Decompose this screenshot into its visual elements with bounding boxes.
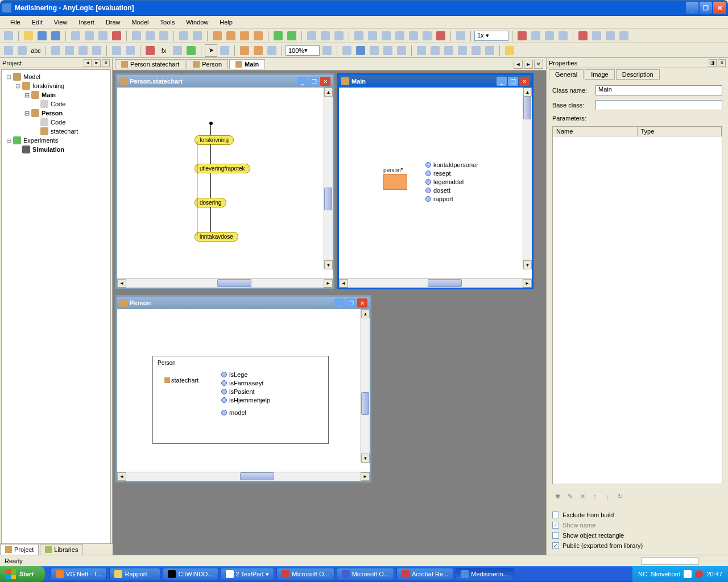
findnext-button[interactable]: [144, 30, 156, 42]
param-item[interactable]: resept: [425, 170, 451, 177]
mdi-close[interactable]: ✕: [320, 77, 330, 86]
scrollbar-v[interactable]: ▲▼: [324, 88, 333, 269]
tb2-n[interactable]: [252, 44, 264, 57]
mdi-window-main[interactable]: Main _ ❐ ✕ person* kontaktpersoner resep…: [337, 73, 533, 289]
mdi-max[interactable]: ❐: [508, 77, 518, 86]
tb2-v[interactable]: [429, 44, 441, 57]
task-item[interactable]: C:\WINDO...: [163, 568, 218, 580]
mdi-min[interactable]: _: [334, 298, 345, 307]
tree-root[interactable]: ⊟Model: [4, 72, 108, 81]
delete-param-button[interactable]: ✕: [577, 491, 588, 501]
agent-person[interactable]: [383, 174, 407, 190]
menu-insert[interactable]: Insert: [73, 18, 100, 27]
tb2-b[interactable]: [16, 44, 28, 57]
param-item[interactable]: dosett: [425, 187, 450, 194]
tab-close[interactable]: ✕: [534, 60, 543, 69]
exclude-checkbox[interactable]: [552, 512, 559, 518]
param-item[interactable]: isPasient: [221, 388, 255, 395]
tb2-a[interactable]: [2, 44, 15, 57]
menu-help[interactable]: Help: [214, 18, 238, 27]
scrollbar-h[interactable]: ◄►: [117, 278, 333, 288]
param-item[interactable]: model: [221, 409, 246, 416]
tb2-z[interactable]: [483, 44, 496, 57]
task-item[interactable]: Microsoft O...: [337, 568, 394, 580]
delete-button[interactable]: [110, 30, 123, 42]
mdi-max[interactable]: ❐: [346, 298, 356, 307]
tray-icon[interactable]: [684, 570, 692, 578]
zoom-fit-button[interactable]: [321, 44, 333, 57]
proj-tab-libraries[interactable]: Libraries: [40, 544, 83, 555]
tb-i[interactable]: [421, 30, 433, 42]
tb-h[interactable]: [407, 30, 420, 42]
param-item[interactable]: isLege: [221, 371, 247, 378]
add-param-button[interactable]: ✱: [552, 491, 562, 501]
param-item[interactable]: isHjemmehjelp: [221, 397, 270, 404]
parameters-table[interactable]: Name Type: [552, 126, 722, 484]
move-down-button[interactable]: ↓: [602, 491, 613, 501]
replace-button[interactable]: [158, 30, 170, 42]
person-frame[interactable]: Person statechart isLege isFarmasøyt isP…: [152, 356, 329, 444]
tab-statechart[interactable]: Person.statechart: [115, 59, 185, 69]
tree-item-simulation[interactable]: Simulation: [4, 145, 108, 154]
tb-q[interactable]: [590, 30, 603, 42]
mdi-close[interactable]: ✕: [357, 298, 367, 307]
statechart-ref[interactable]: statechart: [164, 377, 198, 384]
base-class-input[interactable]: [595, 100, 722, 110]
tb2-u[interactable]: [415, 44, 428, 57]
open-button[interactable]: [22, 30, 35, 42]
window-close-button[interactable]: ✕: [713, 2, 726, 14]
tb2-fx[interactable]: fx: [158, 44, 170, 57]
class-name-input[interactable]: Main: [595, 85, 722, 95]
tb2-abc[interactable]: abc: [30, 44, 42, 57]
param-item[interactable]: legemiddel: [425, 178, 464, 185]
pointer-tool[interactable]: ➤: [205, 44, 217, 57]
tb-d[interactable]: [353, 30, 365, 42]
tb-b[interactable]: [319, 30, 332, 42]
menu-window[interactable]: Window: [180, 18, 214, 27]
tree-item[interactable]: ⊟forskrivning: [4, 81, 108, 90]
redo-button[interactable]: [191, 30, 204, 42]
mdi-window-statechart[interactable]: Person.statechart _ ❐ ✕ forskrivning utl…: [115, 73, 334, 289]
copy-button[interactable]: [83, 30, 96, 42]
mdi-min[interactable]: _: [297, 77, 308, 86]
tree-item[interactable]: statechart: [4, 127, 108, 136]
menu-edit[interactable]: Edit: [26, 18, 48, 27]
panel-close[interactable]: ✕: [718, 59, 726, 67]
window-minimize-button[interactable]: _: [686, 2, 698, 14]
tray-icon[interactable]: [695, 570, 703, 578]
tb-f[interactable]: [380, 30, 392, 42]
tb2-i[interactable]: [144, 44, 156, 57]
tb2-h[interactable]: [124, 44, 136, 57]
tb-p[interactable]: [577, 30, 589, 42]
window-maximize-button[interactable]: ❐: [700, 2, 712, 14]
panel-nav-right[interactable]: ►: [93, 59, 101, 67]
scrollbar-h[interactable]: ◄►: [339, 278, 532, 288]
move-up-button[interactable]: ↑: [590, 491, 600, 501]
refresh-button[interactable]: ↻: [615, 491, 625, 501]
tree-item-experiments[interactable]: ⊟Experiments: [4, 136, 108, 145]
tb-k[interactable]: [454, 30, 467, 42]
tb2-aa[interactable]: [503, 44, 516, 57]
task-item[interactable]: Rapport: [109, 568, 160, 580]
tb2-p[interactable]: [341, 44, 353, 57]
zoom-combo[interactable]: 100% ▾: [286, 45, 320, 56]
task-item[interactable]: 2 TextPad▾: [221, 568, 275, 580]
tb2-w[interactable]: [442, 44, 455, 57]
paste-button[interactable]: [97, 30, 109, 42]
mdi-max[interactable]: ❐: [309, 77, 319, 86]
tab-next[interactable]: ►: [524, 60, 533, 69]
find-button[interactable]: [130, 30, 143, 42]
scrollbar-h[interactable]: ◄►: [117, 472, 370, 481]
tb2-c[interactable]: [49, 44, 62, 57]
cut-button[interactable]: [69, 30, 82, 42]
tb-m[interactable]: [530, 30, 542, 42]
run-button[interactable]: [272, 30, 284, 42]
props-tab-description[interactable]: Description: [616, 69, 660, 80]
tb2-s[interactable]: [382, 44, 394, 57]
edit-param-button[interactable]: ✎: [565, 491, 575, 501]
tb-a[interactable]: [305, 30, 318, 42]
saveall-button[interactable]: [49, 30, 62, 42]
panel-max[interactable]: ◨: [709, 59, 717, 67]
task-item[interactable]: VG Nett - T...: [51, 568, 107, 580]
proj-tab-project[interactable]: Project: [0, 544, 39, 555]
